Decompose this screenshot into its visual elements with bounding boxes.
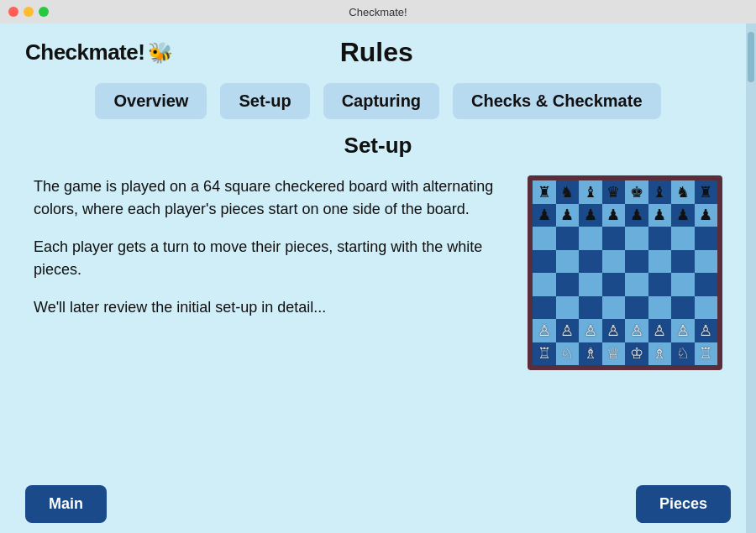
cell-3-3	[602, 250, 626, 274]
cell-2-4	[625, 227, 648, 250]
cell-3-0	[533, 250, 556, 274]
cell-6-3: ♙	[602, 319, 626, 342]
cell-2-0	[533, 227, 556, 250]
cell-5-7	[695, 296, 718, 320]
content-body: The game is played on a 64 square checke…	[34, 175, 722, 370]
close-button[interactable]	[8, 7, 18, 17]
cell-7-0: ♖	[533, 342, 556, 366]
cell-3-5	[648, 250, 672, 274]
tab-capturing[interactable]: Capturing	[323, 83, 439, 119]
cell-6-0: ♙	[533, 319, 556, 342]
cell-7-5: ♗	[648, 342, 672, 366]
cell-4-2	[579, 273, 602, 296]
scrollbar[interactable]	[746, 24, 756, 533]
cell-7-6: ♘	[671, 342, 695, 366]
cell-0-0: ♜	[533, 180, 556, 204]
cell-5-6	[671, 296, 695, 320]
main-content: Checkmate! 🐝 Rules Overview Set-up Captu…	[0, 24, 756, 533]
app-logo: Checkmate! 🐝	[25, 39, 173, 65]
cell-4-6	[671, 273, 695, 296]
cell-4-1	[556, 273, 580, 296]
cell-4-4	[625, 273, 648, 296]
cell-6-6: ♙	[671, 319, 695, 342]
bottom-nav: Main Pieces	[0, 475, 756, 533]
cell-4-5	[648, 273, 672, 296]
cell-0-6: ♞	[671, 180, 695, 204]
cell-2-1	[556, 227, 580, 250]
cell-7-2: ♗	[579, 342, 602, 366]
cell-1-6: ♟	[671, 204, 695, 227]
paragraph-3: We'll later review the initial set-up in…	[34, 296, 502, 319]
cell-3-6	[671, 250, 695, 274]
page-title: Rules	[173, 37, 731, 68]
cell-6-1: ♙	[556, 319, 580, 342]
tab-overview[interactable]: Overview	[95, 83, 207, 119]
cell-6-5: ♙	[648, 319, 672, 342]
cell-1-7: ♟	[695, 204, 718, 227]
cell-1-3: ♟	[602, 204, 626, 227]
window-title: Checkmate!	[349, 6, 407, 18]
cell-2-3	[602, 227, 626, 250]
section-title: Set-up	[34, 133, 722, 159]
title-bar: Checkmate!	[0, 0, 756, 24]
cell-4-7	[695, 273, 718, 296]
cell-7-7: ♖	[695, 342, 718, 366]
cell-5-0	[533, 296, 556, 320]
cell-1-1: ♟	[556, 204, 580, 227]
cell-3-1	[556, 250, 580, 274]
cell-5-5	[648, 296, 672, 320]
cell-2-5	[648, 227, 672, 250]
cell-0-5: ♝	[648, 180, 672, 204]
text-content: The game is played on a 64 square checke…	[34, 175, 502, 334]
cell-7-3: ♕	[602, 342, 626, 366]
tab-setup[interactable]: Set-up	[220, 83, 309, 119]
nav-tabs: Overview Set-up Capturing Checks & Check…	[0, 75, 756, 133]
cell-7-4: ♔	[625, 342, 648, 366]
content-area: Set-up The game is played on a 64 square…	[0, 133, 756, 475]
cell-5-4	[625, 296, 648, 320]
scrollbar-thumb[interactable]	[748, 32, 754, 82]
cell-2-7	[695, 227, 718, 250]
cell-6-7: ♙	[695, 319, 718, 342]
cell-0-4: ♚	[625, 180, 648, 204]
header-row: Checkmate! 🐝 Rules	[0, 24, 756, 75]
cell-0-2: ♝	[579, 180, 602, 204]
pieces-button[interactable]: Pieces	[636, 485, 731, 523]
cell-7-1: ♘	[556, 342, 580, 366]
chess-board: ♜♞♝♛♚♝♞♜♟♟♟♟♟♟♟♟♙♙♙♙♙♙♙♙♖♘♗♕♔♗♘♖	[533, 180, 717, 365]
cell-6-2: ♙	[579, 319, 602, 342]
chess-board-container: ♜♞♝♛♚♝♞♜♟♟♟♟♟♟♟♟♙♙♙♙♙♙♙♙♖♘♗♕♔♗♘♖	[528, 175, 722, 370]
cell-2-6	[671, 227, 695, 250]
cell-5-2	[579, 296, 602, 320]
cell-1-5: ♟	[648, 204, 672, 227]
minimize-button[interactable]	[24, 7, 34, 17]
app-logo-text: Checkmate!	[25, 39, 144, 65]
chess-board-wrapper: ♜♞♝♛♚♝♞♜♟♟♟♟♟♟♟♟♙♙♙♙♙♙♙♙♖♘♗♕♔♗♘♖	[528, 175, 722, 370]
cell-1-2: ♟	[579, 204, 602, 227]
cell-0-1: ♞	[556, 180, 580, 204]
cell-2-2	[579, 227, 602, 250]
tab-checks[interactable]: Checks & Checkmate	[453, 83, 660, 119]
cell-0-3: ♛	[602, 180, 626, 204]
paragraph-1: The game is played on a 64 square checke…	[34, 175, 502, 221]
cell-3-4	[625, 250, 648, 274]
main-button[interactable]: Main	[25, 485, 107, 523]
cell-0-7: ♜	[695, 180, 718, 204]
maximize-button[interactable]	[39, 7, 49, 17]
cell-5-3	[602, 296, 626, 320]
cell-6-4: ♙	[625, 319, 648, 342]
paragraph-2: Each player gets a turn to move their pi…	[34, 236, 502, 281]
cell-1-4: ♟	[625, 204, 648, 227]
window-controls[interactable]	[8, 7, 49, 17]
cell-4-0	[533, 273, 556, 296]
cell-3-2	[579, 250, 602, 274]
cell-5-1	[556, 296, 580, 320]
cell-4-3	[602, 273, 626, 296]
cell-1-0: ♟	[533, 204, 556, 227]
chess-icon: 🐝	[148, 41, 173, 65]
cell-3-7	[695, 250, 718, 274]
